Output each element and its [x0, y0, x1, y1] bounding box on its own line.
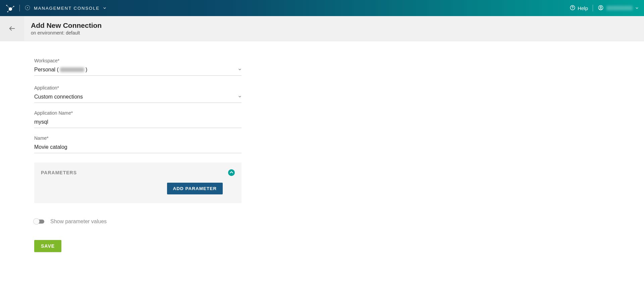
- user-menu[interactable]: [598, 5, 639, 12]
- chevron-down-icon: [238, 68, 241, 72]
- user-name-redacted: [606, 6, 633, 10]
- navbar-divider: [593, 5, 593, 11]
- save-button[interactable]: SAVE: [34, 240, 61, 252]
- user-avatar-icon: [598, 5, 604, 12]
- workspace-select-value: Personal (): [34, 67, 87, 73]
- svg-point-8: [27, 7, 28, 8]
- name-label: Name*: [34, 135, 275, 141]
- app-switcher[interactable]: MANAGEMENT CONSOLE: [24, 5, 106, 12]
- chevron-down-icon: [635, 5, 639, 11]
- help-label: Help: [578, 5, 588, 11]
- parameters-panel: PARAMETERS ADD PARAMETER: [34, 163, 241, 203]
- workspace-label: Workspace*: [34, 58, 275, 63]
- parameters-collapse-button[interactable]: [228, 169, 235, 176]
- application-select[interactable]: Custom connections: [34, 93, 241, 103]
- svg-point-10: [572, 9, 573, 9]
- application-name-label: Application Name*: [34, 110, 275, 116]
- form-content: Workspace* Personal () Application* Cust…: [0, 41, 275, 265]
- chevron-up-icon: [229, 170, 233, 176]
- help-icon: [570, 5, 576, 12]
- svg-point-12: [600, 6, 602, 8]
- page-title: Add New Connection: [31, 21, 102, 29]
- chevron-down-icon: [103, 5, 106, 11]
- add-parameter-button[interactable]: ADD PARAMETER: [167, 183, 223, 194]
- navbar-divider: [19, 5, 20, 11]
- workspace-select[interactable]: Personal (): [34, 65, 241, 76]
- top-navbar: MANAGEMENT CONSOLE Help: [0, 0, 644, 16]
- show-parameter-values-toggle[interactable]: [34, 220, 44, 224]
- help-link[interactable]: Help: [570, 5, 588, 12]
- chevron-down-icon: [238, 95, 241, 99]
- show-parameter-values-label: Show parameter values: [50, 219, 107, 225]
- app-switcher-label: MANAGEMENT CONSOLE: [34, 6, 100, 11]
- parameters-title: PARAMETERS: [41, 170, 77, 175]
- name-input[interactable]: [34, 144, 241, 150]
- page-subtitle: on environment: default: [31, 30, 102, 36]
- application-select-value: Custom connections: [34, 94, 83, 100]
- compass-icon: [24, 5, 31, 12]
- page-subheader: Add New Connection on environment: defau…: [0, 16, 644, 41]
- application-label: Application*: [34, 85, 275, 90]
- product-logo-icon: [5, 3, 15, 13]
- svg-line-4: [7, 5, 10, 9]
- workspace-user-redacted: [60, 67, 84, 72]
- back-button[interactable]: [0, 16, 24, 41]
- application-name-input[interactable]: [34, 119, 241, 125]
